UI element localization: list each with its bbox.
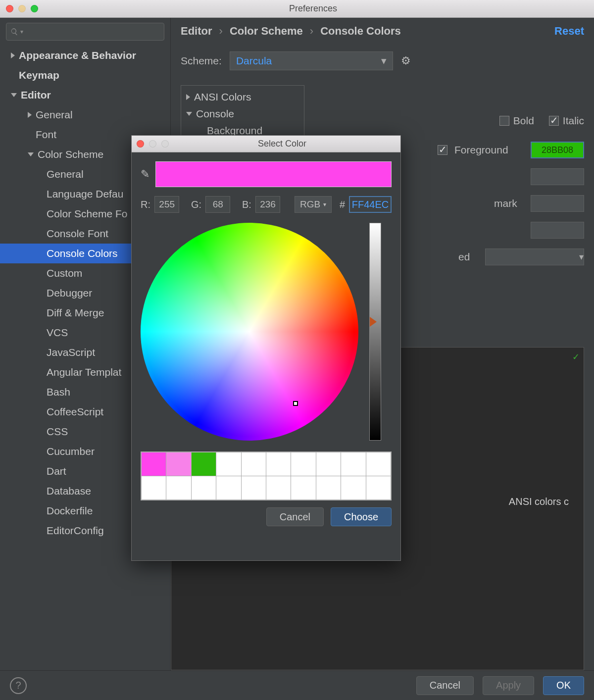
expand-arrow-icon[interactable] <box>186 94 190 100</box>
search-icon <box>10 28 18 36</box>
traffic-lights <box>6 5 38 12</box>
swatch-cell[interactable] <box>366 476 391 500</box>
swatch-cell[interactable] <box>191 452 216 476</box>
sidebar-item-label: Angular Templat <box>47 366 121 378</box>
minimize-window-button[interactable] <box>18 5 26 12</box>
recent-swatches <box>141 451 392 500</box>
group-ansi-colors[interactable]: ANSI Colors <box>194 91 251 103</box>
sidebar-item-label: Dart <box>47 465 66 477</box>
eyedropper-icon[interactable]: ✎ <box>141 168 149 181</box>
color-swatch-empty[interactable] <box>531 222 584 239</box>
effect-type-select[interactable]: ▾ <box>485 249 584 265</box>
bold-label: Bold <box>513 115 534 127</box>
color-group-tree[interactable]: ANSI Colors Console Background <box>181 85 304 143</box>
gear-icon[interactable]: ⚙ <box>401 54 411 67</box>
sidebar-item-keymap[interactable]: Keymap <box>0 65 170 85</box>
swatch-cell[interactable] <box>216 476 241 500</box>
sidebar-item-label: Bash <box>47 386 70 398</box>
close-window-button[interactable] <box>6 5 13 12</box>
swatch-cell[interactable] <box>266 476 291 500</box>
swatch-cell[interactable] <box>241 452 266 476</box>
sidebar-item-label: Debugger <box>47 287 92 299</box>
sidebar-item-appearance-behavior[interactable]: Appearance & Behavior <box>0 46 170 65</box>
swatch-cell[interactable] <box>291 452 316 476</box>
sidebar-item-label: Language Defau <box>47 188 123 200</box>
swatch-cell[interactable] <box>316 452 341 476</box>
sidebar-item-label: General <box>47 168 84 180</box>
foreground-checkbox[interactable] <box>438 145 447 155</box>
ed-label: ed <box>458 251 478 263</box>
swatch-cell[interactable] <box>142 452 166 476</box>
color-preview <box>155 161 392 187</box>
ok-button[interactable]: OK <box>543 676 584 695</box>
sidebar-item-label: Cucumber <box>47 446 95 457</box>
group-console[interactable]: Console <box>196 108 234 120</box>
breadcrumb-editor[interactable]: Editor <box>181 25 212 38</box>
swatch-cell[interactable] <box>142 476 166 500</box>
color-mode-select[interactable]: RGB▾ <box>295 196 332 213</box>
sidebar-item-label: Keymap <box>19 69 59 81</box>
color-swatch-empty[interactable] <box>531 195 584 212</box>
italic-checkbox[interactable] <box>549 116 559 126</box>
swatch-cell[interactable] <box>216 452 241 476</box>
b-input[interactable]: 236 <box>255 196 280 213</box>
zoom-window-button[interactable] <box>31 5 38 12</box>
sidebar-item-label: EditorConfig <box>47 525 104 537</box>
swatch-cell[interactable] <box>166 452 191 476</box>
window-titlebar: Preferences <box>0 0 594 18</box>
swatch-cell[interactable] <box>291 476 316 500</box>
g-input[interactable]: 68 <box>205 196 230 213</box>
search-input[interactable]: ▾ <box>6 23 164 41</box>
expand-arrow-icon[interactable] <box>11 52 15 58</box>
sidebar-item-label: Console Colors <box>47 248 118 259</box>
preview-text: ANSI colors c <box>509 496 569 507</box>
collapse-arrow-icon[interactable] <box>11 93 17 97</box>
sidebar-item-editor[interactable]: Editor <box>0 85 170 105</box>
close-dialog-button[interactable] <box>137 140 144 148</box>
g-label: G: <box>191 199 201 210</box>
sidebar-item-general[interactable]: General <box>0 105 170 125</box>
color-swatch-empty[interactable] <box>531 168 584 185</box>
sidebar-item-label: JavaScript <box>47 347 95 358</box>
swatch-cell[interactable] <box>166 476 191 500</box>
help-button[interactable]: ? <box>10 677 27 694</box>
swatch-cell[interactable] <box>341 452 366 476</box>
r-label: R: <box>141 199 150 210</box>
expand-arrow-icon[interactable] <box>28 112 32 118</box>
scheme-select[interactable]: Darcula ▾ <box>230 51 393 70</box>
bold-checkbox[interactable] <box>499 116 509 126</box>
chevron-right-icon: › <box>310 25 313 38</box>
swatch-cell[interactable] <box>241 476 266 500</box>
zoom-dialog-button <box>161 140 169 148</box>
swatch-cell[interactable] <box>266 452 291 476</box>
search-dropdown-icon[interactable]: ▾ <box>20 28 23 35</box>
minimize-dialog-button <box>149 140 156 148</box>
collapse-arrow-icon[interactable] <box>186 112 192 116</box>
cancel-button[interactable]: Cancel <box>416 676 474 695</box>
hex-input[interactable]: FF44EC <box>349 196 392 213</box>
r-input[interactable]: 255 <box>154 196 179 213</box>
breadcrumb: Editor › Color Scheme › Console Colors R… <box>181 25 584 38</box>
inspection-ok-icon[interactable]: ✓ <box>572 351 580 362</box>
select-color-dialog: Select Color ✎ R: 255 G: 68 B: 236 RGB▾ … <box>131 135 401 561</box>
color-wheel[interactable] <box>141 223 358 441</box>
collapse-arrow-icon[interactable] <box>28 152 34 156</box>
apply-button[interactable]: Apply <box>483 676 534 695</box>
swatch-cell[interactable] <box>316 476 341 500</box>
colorpicker-choose-button[interactable]: Choose <box>331 507 392 526</box>
colorpicker-cancel-button[interactable]: Cancel <box>266 507 324 526</box>
swatch-cell[interactable] <box>191 476 216 500</box>
brightness-slider[interactable] <box>369 223 381 441</box>
color-wheel-handle[interactable] <box>293 401 298 406</box>
sidebar-item-label: General <box>36 109 73 121</box>
foreground-label: Foreground <box>454 144 524 156</box>
reset-link[interactable]: Reset <box>554 25 584 38</box>
hash-label: # <box>340 199 345 210</box>
swatch-cell[interactable] <box>366 452 391 476</box>
foreground-color-swatch[interactable]: 28BB08 <box>531 142 584 158</box>
breadcrumb-color-scheme[interactable]: Color Scheme <box>230 25 303 38</box>
slider-handle-icon[interactable] <box>370 317 377 327</box>
swatch-cell[interactable] <box>341 476 366 500</box>
scheme-value: Darcula <box>236 55 272 67</box>
traffic-lights <box>137 140 169 148</box>
